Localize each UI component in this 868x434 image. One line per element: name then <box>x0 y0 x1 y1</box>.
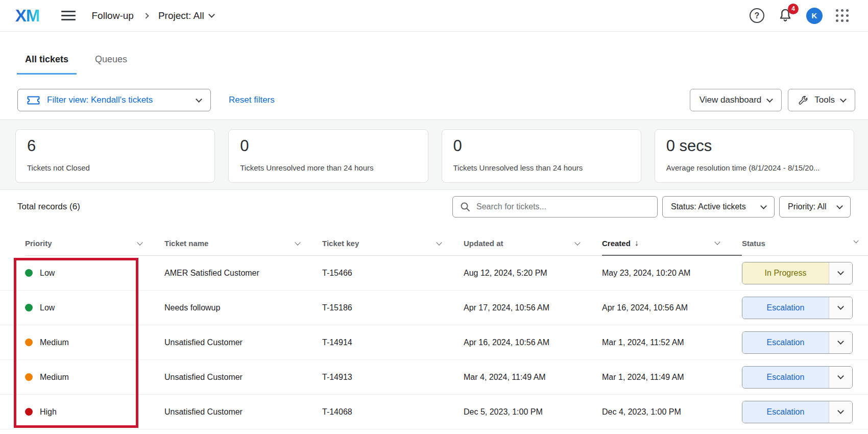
created-cell: Mar 1, 2024, 11:49 AM <box>602 373 742 382</box>
tools-button[interactable]: Tools <box>788 89 855 111</box>
xm-logo[interactable]: XM <box>15 6 40 26</box>
chevron-down-icon <box>760 203 767 209</box>
status-badge-dropdown[interactable]: Escalation <box>742 401 853 423</box>
stat-label: Tickets Unresolved less than 24 hours <box>453 163 630 172</box>
chevron-down-icon <box>840 96 847 103</box>
breadcrumb-project-dropdown[interactable]: Project: All <box>158 10 214 21</box>
wrench-icon <box>798 95 808 106</box>
priority-label: Medium <box>40 338 69 347</box>
reset-filters-link[interactable]: Reset filters <box>229 95 275 105</box>
column-header-updated-at[interactable]: Updated at <box>464 231 602 256</box>
menu-icon[interactable] <box>61 8 76 23</box>
breadcrumb-project-label: Project: All <box>158 10 204 21</box>
chevron-down-icon <box>836 203 843 209</box>
stat-card-avg-resolution-time: 0 secs Average resolution time (8/1/2024… <box>655 129 854 183</box>
stat-label: Average resolution time (8/1/2024 - 8/15… <box>666 163 842 172</box>
status-cell: Escalation <box>742 331 868 354</box>
stat-card-unresolved-more-24h: 0 Tickets Unresolved more than 24 hours <box>228 129 428 183</box>
breadcrumb-section[interactable]: Follow-up <box>92 10 134 21</box>
column-header-status[interactable]: Status <box>742 231 868 256</box>
priority-label: Low <box>40 303 55 312</box>
tab-queues[interactable]: Queues <box>87 54 135 75</box>
table-row[interactable]: High Unsatisfied Customer T-14068 Dec 5,… <box>0 395 868 429</box>
created-cell: Mar 1, 2024, 11:52 AM <box>602 338 742 347</box>
search-input[interactable] <box>476 202 650 211</box>
updated-at-cell: Aug 12, 2024, 5:20 PM <box>464 269 602 278</box>
priority-filter-label: Priority: All <box>788 202 827 211</box>
top-bar: XM Follow-up Project: All 4 K <box>0 0 868 32</box>
priority-dot-icon <box>25 339 33 346</box>
avatar[interactable]: K <box>806 8 823 24</box>
ticket-key-cell: T-15186 <box>322 303 464 312</box>
status-cell: In Progress <box>742 262 868 284</box>
status-filter-dropdown[interactable]: Status: Active tickets <box>662 196 775 218</box>
ticket-name-cell: Unsatisfied Customer <box>164 373 322 382</box>
filter-view-label: Filter view: Kendall's tickets <box>47 95 153 105</box>
priority-cell: Low <box>25 303 164 312</box>
chevron-down-icon <box>196 96 202 103</box>
priority-label: Medium <box>40 373 69 382</box>
stat-card-unresolved-less-24h: 0 Tickets Unresolved less than 24 hours <box>442 129 641 183</box>
help-icon[interactable] <box>750 8 764 23</box>
created-cell: Apr 16, 2024, 10:56 AM <box>602 303 742 312</box>
status-badge-dropdown[interactable]: Escalation <box>742 331 853 354</box>
view-dashboard-label: View dashboard <box>700 95 762 105</box>
priority-cell: Medium <box>25 338 164 347</box>
status-cell: Escalation <box>742 297 868 319</box>
status-badge-dropdown[interactable]: Escalation <box>742 297 853 319</box>
column-header-ticket-key[interactable]: Ticket key <box>322 231 464 256</box>
status-cell: Escalation <box>742 401 868 423</box>
stat-label: Tickets Unresolved more than 24 hours <box>240 163 416 172</box>
priority-label: High <box>40 407 57 417</box>
ticket-key-cell: T-14068 <box>322 407 464 417</box>
stat-value: 0 secs <box>666 137 842 155</box>
chevron-down-icon[interactable] <box>829 401 852 423</box>
chevron-down-icon[interactable] <box>829 262 852 284</box>
chevron-right-icon <box>143 13 149 18</box>
filter-bar: Filter view: Kendall's tickets Reset fil… <box>17 89 855 111</box>
search-box[interactable] <box>452 196 658 218</box>
table-row[interactable]: Medium Unsatisfied Customer T-14914 Apr … <box>0 325 868 360</box>
records-bar: Total records (6) Status: Active tickets… <box>17 196 851 218</box>
table-row[interactable]: Low AMER Satisfied Customer T-15466 Aug … <box>0 256 868 291</box>
priority-cell: Low <box>25 269 164 278</box>
updated-at-cell: Dec 5, 2023, 1:00 PM <box>464 407 602 417</box>
chevron-down-icon <box>436 239 442 245</box>
priority-label: Low <box>40 269 55 278</box>
priority-cell: High <box>25 407 164 417</box>
table-row[interactable]: Low Needs followup T-15186 Apr 17, 2024,… <box>0 291 868 325</box>
priority-filter-dropdown[interactable]: Priority: All <box>779 196 851 218</box>
chevron-down-icon[interactable] <box>829 332 852 353</box>
status-badge-label: In Progress <box>742 262 829 284</box>
ticket-icon <box>27 96 40 105</box>
tab-all-tickets[interactable]: All tickets <box>17 54 77 75</box>
chevron-down-icon <box>208 11 215 18</box>
tabs-bar: All tickets Queues <box>17 54 868 75</box>
status-badge-label: Escalation <box>742 297 829 319</box>
chevron-down-icon <box>766 96 773 103</box>
status-badge-dropdown[interactable]: Escalation <box>742 366 853 389</box>
column-header-ticket-name[interactable]: Ticket name <box>164 231 322 256</box>
created-cell: Dec 4, 2023, 1:00 PM <box>602 407 742 417</box>
table-row[interactable]: Medium Unsatisfied Customer T-14913 Mar … <box>0 360 868 395</box>
priority-dot-icon <box>25 304 33 311</box>
ticket-name-cell: Unsatisfied Customer <box>164 338 322 347</box>
chevron-down-icon[interactable] <box>829 367 852 388</box>
updated-at-cell: Apr 17, 2024, 10:56 AM <box>464 303 602 312</box>
status-badge-label: Escalation <box>742 332 829 353</box>
filter-view-dropdown[interactable]: Filter view: Kendall's tickets <box>17 89 211 111</box>
stat-card-tickets-not-closed: 6 Tickets not Closed <box>15 129 215 183</box>
notifications-button[interactable]: 4 <box>778 8 793 24</box>
chevron-down-icon[interactable] <box>829 297 852 319</box>
status-filter-label: Status: Active tickets <box>671 202 746 211</box>
updated-at-cell: Apr 16, 2024, 10:56 AM <box>464 338 602 347</box>
column-header-priority[interactable]: Priority <box>25 231 164 256</box>
chevron-down-icon <box>574 239 580 245</box>
apps-grid-icon[interactable] <box>836 9 849 22</box>
column-header-created[interactable]: Created ↓ <box>602 231 742 256</box>
stat-value: 0 <box>453 137 630 155</box>
view-dashboard-button[interactable]: View dashboard <box>690 89 782 111</box>
table-body: Low AMER Satisfied Customer T-15466 Aug … <box>0 256 868 429</box>
priority-dot-icon <box>25 408 33 416</box>
status-badge-dropdown[interactable]: In Progress <box>742 262 853 284</box>
